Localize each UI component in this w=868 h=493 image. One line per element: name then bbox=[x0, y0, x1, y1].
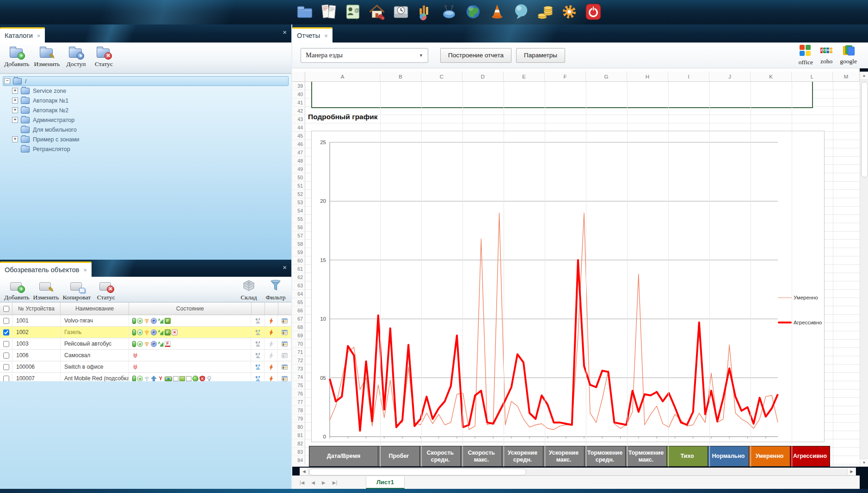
row-checkbox[interactable] bbox=[3, 329, 9, 335]
column-header-B[interactable]: B bbox=[380, 72, 421, 81]
column-header-E[interactable]: E bbox=[504, 72, 545, 81]
row-checkbox[interactable] bbox=[3, 364, 9, 370]
add-catalog-button[interactable]: + Добавить bbox=[3, 45, 31, 69]
row-action-cell[interactable] bbox=[251, 361, 265, 372]
row-header-44[interactable]: 44 bbox=[292, 123, 305, 132]
row-header-40[interactable]: 40 bbox=[292, 90, 305, 98]
close-icon[interactable]: × bbox=[37, 32, 41, 39]
summary-header-11[interactable]: Умеренно bbox=[749, 446, 790, 467]
row-header-57[interactable]: 57 bbox=[292, 231, 305, 240]
row-header-69[interactable]: 69 bbox=[292, 331, 305, 340]
backup-icon[interactable] bbox=[391, 1, 411, 22]
scroll-up-icon[interactable]: ▲ bbox=[860, 72, 868, 80]
row-header-42[interactable]: 42 bbox=[292, 107, 305, 115]
column-header-device[interactable]: № Устройства bbox=[12, 303, 61, 315]
last-sheet-icon[interactable]: ▶| bbox=[332, 480, 337, 485]
row-header-61[interactable]: 61 bbox=[292, 265, 305, 273]
column-header-state[interactable]: Состояние bbox=[129, 303, 252, 315]
copy-object-button[interactable]: Копироват bbox=[61, 279, 92, 302]
row-action-cell[interactable] bbox=[251, 350, 265, 361]
warehouse-button[interactable]: Склад bbox=[236, 279, 262, 302]
chat-icon[interactable] bbox=[511, 1, 531, 22]
row-header-71[interactable]: 71 bbox=[292, 348, 305, 356]
scroll-down-icon[interactable]: ▼ bbox=[860, 458, 868, 467]
export-google-button[interactable]: google bbox=[840, 44, 857, 66]
row-header-48[interactable]: 48 bbox=[292, 157, 305, 165]
plus-expander-icon[interactable]: + bbox=[12, 97, 18, 103]
report-type-select[interactable]: Манера езды ▼ bbox=[301, 48, 428, 63]
summary-header-8[interactable]: Торможение макс. bbox=[626, 446, 667, 467]
row-header-65[interactable]: 65 bbox=[292, 298, 305, 306]
row-header-79[interactable]: 79 bbox=[292, 414, 305, 423]
panel-close-icon[interactable]: × bbox=[283, 29, 287, 36]
row-header-84[interactable]: 84 bbox=[292, 456, 305, 464]
cone-icon[interactable] bbox=[487, 1, 507, 22]
row-header-67[interactable]: 67 bbox=[292, 315, 305, 323]
row-header-75[interactable]: 75 bbox=[292, 381, 305, 390]
row-header-50[interactable]: 50 bbox=[292, 173, 305, 182]
row-checkbox[interactable] bbox=[3, 341, 9, 347]
status-catalog-button[interactable]: ✕ Статус bbox=[91, 45, 117, 69]
table-row[interactable]: 1006Самосвал bbox=[0, 350, 291, 361]
column-header-L[interactable]: L bbox=[792, 72, 833, 81]
settings-icon[interactable] bbox=[560, 1, 579, 22]
row-action-cell[interactable] bbox=[251, 338, 265, 349]
tab-object-browser[interactable]: Обозреватель объектов × bbox=[0, 262, 92, 277]
table-row[interactable]: 1003Рейсовый автобусvPF bbox=[0, 338, 291, 350]
filter-button[interactable]: Фильтр bbox=[263, 279, 289, 302]
vertical-scroll-thumb[interactable] bbox=[861, 82, 868, 177]
row-action-cell[interactable] bbox=[278, 315, 291, 326]
next-sheet-icon[interactable]: ▶ bbox=[322, 480, 326, 485]
row-action-cell[interactable] bbox=[265, 361, 278, 372]
row-header-55[interactable]: 55 bbox=[292, 215, 305, 223]
column-header-name[interactable]: Наименование bbox=[61, 303, 129, 315]
column-header-G[interactable]: G bbox=[586, 72, 627, 81]
row-header-39[interactable]: 39 bbox=[292, 82, 305, 90]
tree-item[interactable]: +Автопарк №2 bbox=[11, 105, 289, 115]
row-action-cell[interactable] bbox=[265, 350, 278, 361]
row-action-cell[interactable] bbox=[278, 361, 291, 372]
plus-expander-icon[interactable]: + bbox=[12, 136, 18, 142]
tree-item[interactable]: Для мобильного bbox=[11, 125, 289, 134]
prev-sheet-icon[interactable]: ◀ bbox=[311, 480, 315, 485]
summary-header-9[interactable]: Тихо bbox=[667, 446, 708, 467]
row-header-52[interactable]: 52 bbox=[292, 190, 305, 198]
access-button[interactable]: ☻ Доступ bbox=[63, 45, 89, 69]
horizontal-scrollbar[interactable]: ◀ ▶ bbox=[300, 468, 856, 475]
plus-expander-icon[interactable]: + bbox=[12, 117, 18, 123]
row-header-56[interactable]: 56 bbox=[292, 223, 305, 231]
row-action-cell[interactable] bbox=[278, 327, 291, 338]
summary-header-2[interactable]: Пробег bbox=[378, 446, 420, 467]
column-header-J[interactable]: J bbox=[709, 72, 751, 81]
summary-header-5[interactable]: Ускорение средн. bbox=[502, 446, 543, 467]
column-header-A[interactable]: A bbox=[305, 72, 380, 81]
summary-header-7[interactable]: Торможение средн. bbox=[585, 446, 626, 467]
table-row[interactable]: 100006Switch в офисе bbox=[0, 361, 291, 373]
row-header-63[interactable]: 63 bbox=[292, 281, 305, 290]
add-object-button[interactable]: + Добавить bbox=[3, 279, 31, 302]
row-header-47[interactable]: 47 bbox=[292, 148, 305, 157]
tree-item[interactable]: +Пример с зонами bbox=[11, 134, 289, 144]
table-row[interactable]: 1002ГазельvPF✕ bbox=[0, 327, 291, 338]
sheet-tab-list1[interactable]: Лист1 bbox=[366, 476, 405, 489]
row-header-73[interactable]: 73 bbox=[292, 365, 305, 373]
row-header-54[interactable]: 54 bbox=[292, 207, 305, 215]
row-header-43[interactable]: 43 bbox=[292, 115, 305, 123]
row-checkbox[interactable] bbox=[3, 318, 9, 324]
row-header-45[interactable]: 45 bbox=[292, 132, 305, 140]
home-icon[interactable] bbox=[367, 1, 387, 22]
row-header-62[interactable]: 62 bbox=[292, 273, 305, 281]
statistics-icon[interactable] bbox=[415, 1, 435, 22]
tab-catalogs[interactable]: Каталоги × bbox=[0, 27, 45, 43]
row-header-77[interactable]: 77 bbox=[292, 398, 305, 406]
row-header-49[interactable]: 49 bbox=[292, 165, 305, 173]
chart-title-cell[interactable]: Подробный график bbox=[308, 113, 378, 121]
vertical-scrollbar[interactable]: ▲ ▼ bbox=[860, 72, 868, 467]
contacts-icon[interactable]: @ bbox=[343, 1, 363, 22]
row-header-51[interactable]: 51 bbox=[292, 182, 305, 190]
row-header-59[interactable]: 59 bbox=[292, 248, 305, 256]
first-sheet-icon[interactable]: |◀ bbox=[300, 480, 304, 485]
row-header-58[interactable]: 58 bbox=[292, 240, 305, 248]
export-zoho-button[interactable]: ZO HO zoho bbox=[820, 44, 832, 66]
status-object-button[interactable]: ✕ Статус bbox=[93, 279, 119, 302]
